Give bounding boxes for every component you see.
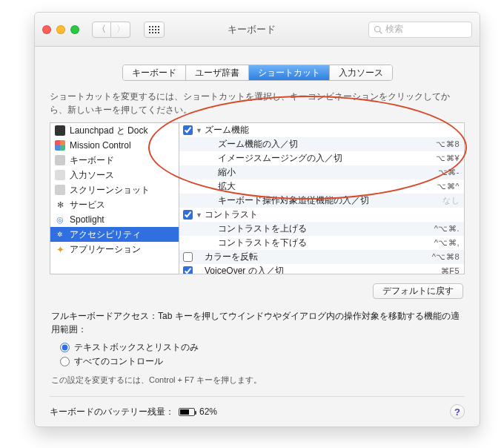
launchpad-icon: [55, 125, 65, 136]
sidebar-item-launchpad[interactable]: Launchpad と Dock: [50, 123, 179, 138]
sidebar-item-input-sources[interactable]: 入力ソース: [50, 168, 179, 182]
close-button[interactable]: [42, 25, 51, 34]
keyboard-icon: [55, 155, 65, 165]
instruction-text: ショートカットを変更するには、ショートカットを選択し、キーコンビネーションをクリ…: [35, 85, 480, 119]
tab-input-sources[interactable]: 入力ソース: [330, 65, 392, 80]
radio-all-controls-input[interactable]: [60, 357, 70, 366]
shortcut-keys[interactable]: ^⌥⌘8: [432, 252, 460, 262]
sidebar-item-accessibility[interactable]: ✲アクセシビリティ: [50, 227, 179, 242]
nav-buttons: 〈 〉: [92, 22, 130, 38]
shortcut-row[interactable]: コントラストを上げる^⌥⌘.: [179, 222, 464, 236]
shortcut-label: コントラストを下げる: [205, 237, 434, 249]
shortcut-keys[interactable]: ^⌥⌘,: [434, 238, 460, 248]
shortcut-keys[interactable]: ⌥⌘^: [437, 182, 460, 191]
restore-defaults-button[interactable]: デフォルトに戻す: [373, 283, 463, 299]
mission-control-icon: [55, 140, 65, 151]
shortcut-row[interactable]: カラーを反転^⌥⌘8: [179, 250, 464, 264]
shortcut-label: 縮小: [205, 166, 438, 179]
category-sidebar[interactable]: Launchpad と Dock Mission Control キーボード 入…: [50, 122, 179, 274]
shortcut-checkbox[interactable]: [183, 266, 193, 274]
back-button[interactable]: 〈: [92, 22, 111, 38]
shortcut-row[interactable]: ズーム機能の入／切⌥⌘8: [179, 137, 464, 151]
shortcut-row[interactable]: ▼コントラスト: [179, 208, 464, 222]
panes: Launchpad と Dock Mission Control キーボード 入…: [35, 119, 480, 279]
disclosure-triangle-icon[interactable]: ▼: [196, 127, 205, 134]
sidebar-item-keyboard[interactable]: キーボード: [50, 153, 179, 168]
full-keyboard-access-text: フルキーボードアクセス：Tab キーを押してウインドウやダイアログ内の操作対象を…: [35, 302, 480, 337]
tab-keyboard[interactable]: キーボード: [123, 65, 186, 80]
segmented-control: キーボード ユーザ辞書 ショートカット 入力ソース: [122, 65, 393, 81]
shortcut-keys[interactable]: ⌘F5: [441, 266, 460, 274]
default-row: デフォルトに戻す: [35, 279, 480, 302]
input-source-icon: [55, 170, 65, 180]
radio-text-boxes[interactable]: テキストボックスとリストのみ: [60, 340, 454, 355]
shortcut-label: コントラスト: [205, 208, 460, 221]
shortcut-label: コントラストを上げる: [205, 223, 434, 235]
application-icon: ✦: [55, 244, 65, 254]
shortcut-label: キーボード操作対象追従機能の入／切: [205, 194, 442, 207]
radio-text-boxes-input[interactable]: [60, 343, 70, 352]
shortcut-label: ズーム機能の入／切: [205, 138, 436, 151]
search-input[interactable]: 検索: [368, 22, 472, 38]
shortcut-row[interactable]: 縮小⌥⌘-: [179, 165, 464, 179]
full-keyboard-access-radios: テキストボックスとリストのみ すべてのコントロール: [35, 337, 480, 372]
gear-icon: ✻: [55, 200, 65, 210]
search-icon: [374, 25, 382, 34]
shortcut-row[interactable]: 拡大⌥⌘^: [179, 179, 464, 194]
shortcut-label: VoiceOver の入／切: [205, 265, 441, 274]
shortcut-list[interactable]: ▼ズーム機能ズーム機能の入／切⌥⌘8イメージスムージングの入／切⌥⌘¥縮小⌥⌘-…: [179, 122, 465, 274]
forward-button[interactable]: 〉: [111, 22, 130, 38]
shortcut-label: 拡大: [205, 180, 437, 193]
svg-point-0: [375, 26, 381, 32]
hint-text: この設定を変更するには、Control + F7 キーを押します。: [35, 372, 480, 386]
radio-all-controls[interactable]: すべてのコントロール: [60, 355, 454, 369]
svg-line-1: [379, 31, 382, 33]
screenshot-icon: [55, 185, 65, 195]
tab-bar: キーボード ユーザ辞書 ショートカット 入力ソース: [35, 47, 480, 85]
titlebar: 〈 〉 キーボード 検索: [35, 13, 480, 47]
sidebar-item-applications[interactable]: ✦アプリケーション: [50, 242, 179, 257]
shortcut-row[interactable]: キーボード操作対象追従機能の入／切なし: [179, 194, 464, 208]
minimize-button[interactable]: [56, 25, 65, 34]
shortcut-label: カラーを反転: [205, 251, 432, 263]
battery-percent: 62%: [199, 406, 217, 417]
disclosure-triangle-icon[interactable]: ▼: [196, 211, 205, 219]
spotlight-icon: ◎: [55, 214, 65, 225]
battery-label: キーボードのバッテリー残量：: [50, 406, 174, 418]
zoom-button[interactable]: [70, 25, 79, 34]
shortcut-keys[interactable]: ⌥⌘¥: [436, 154, 460, 163]
footer: キーボードのバッテリー残量： 62% ?: [35, 397, 480, 419]
preferences-window: 〈 〉 キーボード 検索 キーボード ユーザ辞書 ショートカット 入力ソース シ…: [34, 12, 480, 427]
window-title: キーボード: [142, 23, 361, 36]
shortcut-checkbox[interactable]: [183, 210, 193, 220]
shortcut-row[interactable]: ▼ズーム機能: [179, 123, 464, 137]
tab-shortcuts[interactable]: ショートカット: [249, 65, 330, 80]
chevron-left-icon: 〈: [97, 23, 106, 36]
sidebar-item-screenshots[interactable]: スクリーンショット: [50, 182, 179, 197]
traffic-lights: [42, 25, 79, 34]
shortcut-label: ズーム機能: [205, 124, 460, 136]
shortcut-checkbox[interactable]: [183, 252, 193, 262]
shortcut-row[interactable]: コントラストを下げる^⌥⌘,: [179, 236, 464, 250]
chevron-right-icon: 〉: [116, 23, 125, 36]
accessibility-icon: ✲: [55, 229, 65, 240]
sidebar-item-services[interactable]: ✻サービス: [50, 197, 179, 212]
search-placeholder: 検索: [385, 23, 403, 36]
shortcut-keys[interactable]: ⌥⌘-: [438, 168, 460, 177]
shortcut-keys[interactable]: なし: [442, 195, 460, 206]
shortcut-row[interactable]: イメージスムージングの入／切⌥⌘¥: [179, 151, 464, 165]
sidebar-item-spotlight[interactable]: ◎Spotlight: [50, 212, 179, 227]
shortcut-keys[interactable]: ^⌥⌘.: [434, 224, 460, 234]
shortcut-keys[interactable]: ⌥⌘8: [436, 139, 460, 149]
tab-user-dictionary[interactable]: ユーザ辞書: [186, 65, 249, 80]
help-button[interactable]: ?: [450, 404, 465, 419]
shortcut-checkbox[interactable]: [183, 125, 193, 135]
shortcut-row[interactable]: VoiceOver の入／切⌘F5: [179, 264, 464, 274]
shortcut-label: イメージスムージングの入／切: [205, 152, 436, 165]
sidebar-item-mission-control[interactable]: Mission Control: [50, 138, 179, 153]
battery-icon: [179, 408, 195, 416]
